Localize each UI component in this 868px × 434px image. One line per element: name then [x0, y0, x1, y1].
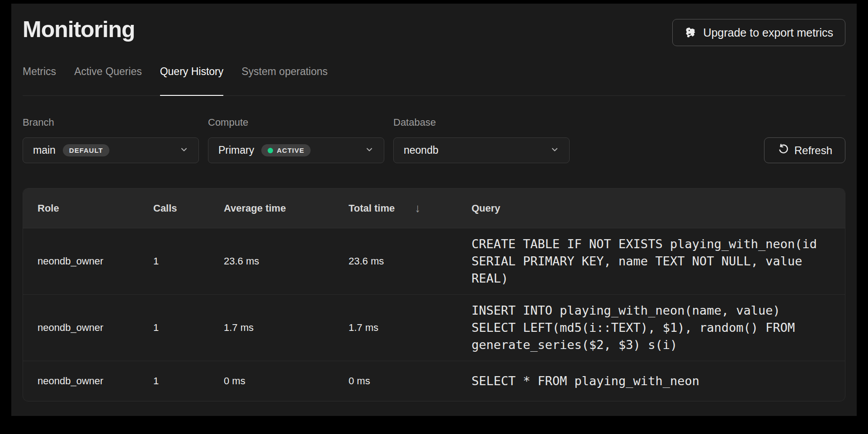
cell-query-sql: SELECT * FROM playing_with_neon — [472, 373, 829, 390]
cell-query-sql: INSERT INTO playing_with_neon(name, valu… — [472, 302, 829, 354]
branch-filter: Branch main DEFAULT — [23, 117, 199, 163]
cell-role: neondb_owner — [38, 255, 153, 267]
column-header-query[interactable]: Query — [472, 203, 830, 214]
cell-role: neondb_owner — [38, 375, 153, 387]
branch-select[interactable]: main DEFAULT — [23, 137, 199, 163]
upgrade-to-export-metrics-button[interactable]: Upgrade to export metrics — [672, 19, 845, 46]
refresh-button[interactable]: Refresh — [764, 137, 845, 163]
cell-calls: 1 — [153, 322, 224, 334]
active-status-dot-icon — [268, 148, 273, 153]
cell-query-sql: CREATE TABLE IF NOT EXISTS playing_with_… — [472, 236, 829, 287]
column-header-role[interactable]: Role — [38, 203, 153, 214]
query-history-table: Role Calls Average time Total time ↓ Que… — [23, 188, 845, 401]
tab-system-operations[interactable]: System operations — [241, 66, 327, 96]
compute-filter: Compute Primary ACTIVE — [208, 117, 384, 163]
active-status-badge: ACTIVE — [261, 144, 311, 156]
chevron-down-icon — [550, 145, 559, 156]
cell-calls: 1 — [153, 375, 224, 387]
branch-value: main — [33, 144, 56, 156]
refresh-circular-arrow-icon — [777, 143, 789, 158]
column-header-calls[interactable]: Calls — [153, 203, 224, 214]
datadog-dog-icon — [684, 27, 697, 39]
monitoring-tabs: Metrics Active Queries Query History Sys… — [23, 66, 845, 96]
compute-value: Primary — [218, 144, 254, 156]
chevron-down-icon — [179, 145, 189, 156]
compute-select[interactable]: Primary ACTIVE — [208, 137, 384, 163]
chevron-down-icon — [365, 145, 374, 156]
database-value: neondb — [404, 144, 439, 156]
cell-average-time: 0 ms — [224, 375, 349, 387]
database-select[interactable]: neondb — [393, 137, 570, 163]
cell-total-time: 23.6 ms — [349, 255, 472, 267]
sort-descending-arrow-icon[interactable]: ↓ — [415, 201, 420, 215]
column-header-average-time[interactable]: Average time — [224, 203, 349, 214]
cell-average-time: 23.6 ms — [224, 255, 349, 267]
tab-metrics[interactable]: Metrics — [23, 66, 56, 96]
table-row: neondb_owner 1 0 ms 0 ms SELECT * FROM p… — [23, 361, 845, 401]
cell-calls: 1 — [153, 255, 224, 267]
table-row: neondb_owner 1 23.6 ms 23.6 ms CREATE TA… — [23, 228, 845, 295]
cell-role: neondb_owner — [38, 322, 153, 334]
cell-total-time: 1.7 ms — [349, 322, 472, 334]
database-filter: Database neondb — [393, 117, 570, 163]
table-header-row: Role Calls Average time Total time ↓ Que… — [23, 189, 845, 228]
refresh-button-label: Refresh — [794, 144, 832, 157]
cell-average-time: 1.7 ms — [224, 322, 349, 334]
table-row: neondb_owner 1 1.7 ms 1.7 ms INSERT INTO… — [23, 295, 845, 361]
branch-label: Branch — [23, 117, 199, 128]
monitoring-page: Monitoring Upgrade to export metrics Met… — [11, 4, 857, 416]
cell-total-time: 0 ms — [349, 375, 472, 387]
upgrade-button-label: Upgrade to export metrics — [703, 26, 833, 39]
total-time-label: Total time — [349, 203, 395, 214]
default-badge: DEFAULT — [63, 144, 109, 156]
compute-label: Compute — [208, 117, 384, 128]
column-header-total-time[interactable]: Total time ↓ — [349, 201, 472, 215]
filter-bar: Branch main DEFAULT Compute Primary ACTI… — [23, 117, 845, 163]
tab-query-history[interactable]: Query History — [160, 66, 224, 96]
tab-active-queries[interactable]: Active Queries — [74, 66, 142, 96]
active-badge-label: ACTIVE — [277, 146, 304, 154]
database-label: Database — [393, 117, 570, 128]
